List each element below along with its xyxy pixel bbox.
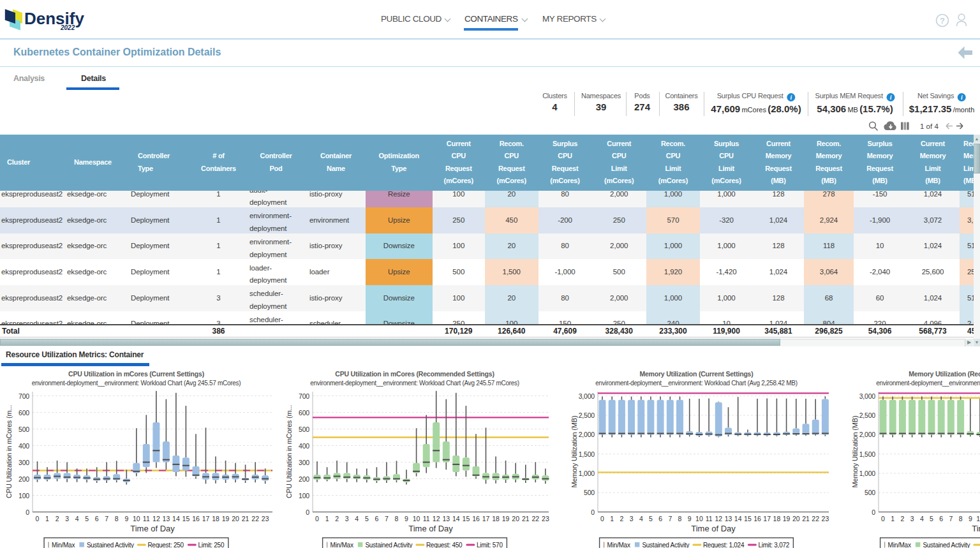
svg-text:600: 600 (299, 409, 309, 417)
svg-text:23: 23 (542, 515, 549, 522)
svg-text:Densify: Densify (24, 9, 84, 28)
svg-text:200: 200 (299, 475, 309, 483)
svg-text:14: 14 (452, 515, 460, 522)
svg-text:CPU Utilization in mCores (Rec: CPU Utilization in mCores (Recommended S… (335, 370, 494, 378)
svg-text:CPU Utilization in mCores (m..: CPU Utilization in mCores (m... (5, 405, 13, 498)
svg-text:8: 8 (959, 515, 963, 522)
svg-text:18: 18 (212, 515, 219, 522)
svg-text:19: 19 (783, 515, 791, 522)
svg-text:13: 13 (725, 515, 732, 522)
svg-text:Request: 450: Request: 450 (426, 542, 463, 548)
svg-text:4: 4 (75, 515, 79, 522)
svg-text:Min/Max: Min/Max (330, 542, 353, 548)
svg-text:18: 18 (492, 515, 500, 522)
svg-text:9: 9 (688, 515, 692, 522)
svg-text:300: 300 (19, 459, 29, 466)
svg-text:1,000: 1,000 (859, 470, 876, 477)
svg-text:23: 23 (262, 515, 269, 522)
svg-text:17: 17 (482, 515, 490, 522)
svg-text:14: 14 (172, 515, 180, 522)
svg-text:0: 0 (306, 508, 309, 516)
svg-text:1,500: 1,500 (579, 450, 595, 458)
svg-text:1,000: 1,000 (579, 470, 595, 477)
svg-text:Sustained Activity: Sustained Activity (87, 542, 134, 548)
svg-text:8: 8 (395, 515, 399, 522)
svg-text:20: 20 (792, 515, 800, 522)
svg-text:Limit: 570: Limit: 570 (477, 542, 503, 548)
svg-text:15: 15 (182, 515, 190, 522)
svg-text:8: 8 (115, 515, 119, 522)
svg-text:21: 21 (802, 515, 810, 522)
svg-text:15: 15 (463, 515, 470, 522)
svg-text:3: 3 (630, 515, 634, 522)
svg-text:Memory Utilization (Recommende: Memory Utilization (Recommended Settings… (909, 370, 980, 378)
svg-text:0: 0 (881, 515, 885, 522)
svg-text:environment-deployment__enviro: environment-deployment__environment: Wor… (32, 380, 241, 387)
svg-text:Time of Day: Time of Day (408, 524, 453, 533)
svg-text:2,000: 2,000 (579, 431, 595, 438)
svg-text:Sustained Activity: Sustained Activity (642, 542, 689, 548)
svg-text:7: 7 (385, 515, 389, 522)
svg-text:19: 19 (502, 515, 510, 522)
svg-text:12: 12 (152, 515, 160, 522)
svg-text:16: 16 (754, 515, 761, 522)
svg-text:Limit: 250: Limit: 250 (198, 542, 225, 548)
svg-text:10: 10 (976, 515, 980, 522)
svg-text:16: 16 (472, 515, 480, 522)
svg-text:environment-deployment__enviro: environment-deployment__environment: Wor… (595, 380, 797, 387)
svg-text:0: 0 (36, 515, 40, 522)
svg-text:15: 15 (744, 515, 752, 522)
svg-text:Min/Max: Min/Max (888, 542, 911, 548)
svg-text:4: 4 (639, 515, 643, 522)
svg-text:21: 21 (522, 515, 530, 522)
svg-text:6: 6 (95, 515, 99, 522)
svg-text:23: 23 (822, 515, 829, 522)
svg-text:1: 1 (610, 515, 614, 522)
svg-text:10: 10 (695, 515, 703, 522)
svg-text:13: 13 (163, 515, 170, 522)
svg-text:Memory Utilization (MB): Memory Utilization (MB) (851, 416, 859, 488)
svg-text:Request: 250: Request: 250 (147, 542, 184, 548)
svg-text:600: 600 (19, 409, 29, 417)
svg-text:5: 5 (85, 515, 89, 522)
svg-text:1 of 4: 1 of 4 (920, 122, 939, 130)
svg-text:2,500: 2,500 (859, 411, 876, 419)
svg-text:9: 9 (405, 515, 408, 522)
svg-text:2: 2 (56, 515, 59, 522)
svg-text:5: 5 (365, 515, 369, 522)
svg-text:17: 17 (202, 515, 210, 522)
svg-text:16: 16 (192, 515, 200, 522)
svg-text:2022: 2022 (60, 24, 75, 31)
svg-text:200: 200 (19, 475, 29, 483)
svg-text:CPU Utilization in mCores (m..: CPU Utilization in mCores (m... (285, 405, 293, 498)
svg-text:0: 0 (872, 508, 875, 516)
svg-text:20: 20 (512, 515, 519, 522)
svg-text:Time of Day: Time of Day (972, 524, 980, 533)
svg-text:2,500: 2,500 (579, 411, 595, 419)
svg-text:0: 0 (26, 508, 29, 516)
svg-text:10: 10 (133, 515, 140, 522)
svg-text:1: 1 (891, 515, 895, 522)
svg-text:12: 12 (433, 515, 440, 522)
svg-text:6: 6 (658, 515, 662, 522)
svg-text:22: 22 (251, 515, 259, 522)
svg-text:5: 5 (930, 515, 933, 522)
svg-text:5: 5 (649, 515, 653, 522)
svg-text:environment-deployment__enviro: environment-deployment__environment: Wor… (310, 380, 519, 387)
svg-text:18: 18 (773, 515, 781, 522)
svg-text:700: 700 (19, 392, 29, 400)
svg-text:500: 500 (299, 426, 309, 433)
svg-text:?: ? (940, 16, 945, 26)
svg-text:1,500: 1,500 (859, 450, 876, 458)
svg-text:12: 12 (715, 515, 722, 522)
svg-text:3: 3 (910, 515, 914, 522)
svg-text:300: 300 (299, 459, 309, 466)
svg-text:7: 7 (105, 515, 108, 522)
svg-text:400: 400 (299, 442, 309, 450)
svg-text:11: 11 (143, 515, 150, 522)
svg-text:21: 21 (242, 515, 249, 522)
svg-text:3,000: 3,000 (859, 392, 876, 400)
svg-text:10: 10 (413, 515, 420, 522)
svg-text:2,000: 2,000 (859, 431, 876, 438)
svg-text:11: 11 (706, 515, 713, 522)
